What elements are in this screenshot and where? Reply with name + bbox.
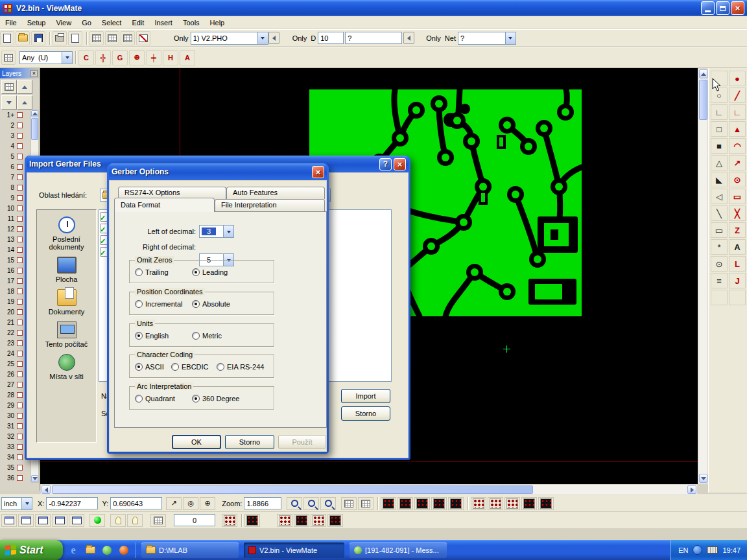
place-documents[interactable]: Dokumenty [39,289,95,316]
quicklaunch-explorer[interactable] [84,544,97,557]
cancel-button[interactable]: Storno [225,435,274,449]
menu-item[interactable]: File [0,16,22,29]
unit-select[interactable]: inch [1,497,32,510]
layer-row[interactable]: 1+ [0,110,30,120]
clock[interactable]: 19:47 [722,546,741,554]
view-mode-button[interactable] [1,514,17,527]
menu-item[interactable]: Help [205,16,230,29]
minimize-button[interactable] [701,1,715,15]
layer-add-button[interactable] [17,80,32,94]
layer-select[interactable]: 1) V2.PHO [191,32,268,45]
negative-view-button[interactable] [471,497,486,510]
new-file-button[interactable] [0,31,14,45]
film-view-button[interactable] [431,497,447,510]
layer-row[interactable]: 36 [0,472,30,483]
context-help-button[interactable] [68,31,82,45]
save-button[interactable] [31,31,45,45]
aperture-table-button[interactable] [89,31,104,45]
layer-color-swatch[interactable] [17,454,23,460]
highlight-count-field[interactable]: 0 [174,514,215,526]
layer-color-swatch[interactable] [17,309,23,315]
place-recent[interactable]: Poslední dokumenty [39,216,95,251]
tool-button[interactable]: ⊙ [729,172,746,187]
chevron-down-icon[interactable] [223,226,233,237]
nav-tool-button[interactable]: ↗ [166,497,182,510]
overlay-view-button[interactable] [521,497,537,510]
radio-english[interactable]: English [135,332,169,340]
tool-button[interactable]: ▭ [711,222,728,238]
grid-display-button[interactable] [150,514,166,527]
scroll-right-button[interactable] [687,485,696,494]
tool-button[interactable]: ⊕ [129,50,145,65]
prev-net-button[interactable] [403,32,414,44]
vertical-scroll-thumb[interactable] [699,80,707,120]
tool-button[interactable]: L [729,256,746,272]
scroll-down-button[interactable] [699,474,707,483]
layer-color-swatch[interactable] [17,112,23,118]
layer-color-swatch[interactable] [17,288,23,294]
x-coordinate-field[interactable]: -0.942237 [46,497,98,509]
negative-view-button[interactable] [488,497,503,510]
tool-button[interactable] [729,290,746,305]
radio-absolute[interactable]: Absolute [192,300,230,308]
layer-color-swatch[interactable] [17,434,23,439]
nav-tool-button[interactable]: ⊕ [200,497,215,510]
tool-button[interactable]: ● [729,71,746,86]
layers-close-icon[interactable]: × [30,70,38,77]
import-cancel-button[interactable]: Storno [341,406,390,421]
horizontal-scroll-thumb[interactable] [52,485,533,494]
net-select[interactable]: ? [458,32,516,45]
quicklaunch-app[interactable] [101,544,113,557]
layer-color-swatch[interactable] [17,174,23,180]
tool-button[interactable]: ╬ [95,50,111,65]
tab-auto-features[interactable]: Auto Features [226,187,325,199]
dialog-help-button[interactable]: ? [379,158,392,170]
layer-color-swatch[interactable] [17,423,23,429]
film-view-button[interactable] [381,497,396,510]
tool-button[interactable]: C [78,50,94,65]
layer-color-swatch[interactable] [17,268,23,274]
highlight-table-button[interactable] [121,31,135,45]
layer-color-swatch[interactable] [17,330,23,336]
tool-button[interactable]: ◣ [711,172,728,187]
tool-button[interactable]: ╪ [146,50,161,65]
pad-display-button[interactable] [244,514,260,527]
dialog-close-button[interactable]: × [394,158,406,170]
tool-button[interactable]: ╱ [729,88,746,103]
layer-row[interactable]: 3 [0,130,30,141]
vertical-scrollbar[interactable] [698,68,708,484]
print-button[interactable] [53,31,67,45]
layers-scroll-up[interactable] [31,110,38,117]
layer-color-swatch[interactable] [17,154,23,159]
tool-button[interactable]: J [729,273,746,288]
layer-color-swatch[interactable] [17,143,23,149]
layer-color-swatch[interactable] [17,361,23,367]
place-desktop[interactable]: Plocha [39,257,95,283]
chevron-down-icon[interactable] [257,32,268,44]
layer-up-button[interactable] [17,95,32,110]
zoom-out-button[interactable] [320,497,336,510]
zoom-window-button[interactable] [303,497,319,510]
layer-row[interactable]: 2 [0,120,30,130]
layer-color-swatch[interactable] [17,216,23,222]
layer-color-swatch[interactable] [17,413,23,419]
layer-color-swatch[interactable] [17,371,23,377]
dot-grid-button[interactable] [222,514,237,527]
nav-tool-button[interactable]: ◎ [183,497,198,510]
view-mode-button[interactable] [18,514,34,527]
layer-row[interactable]: 4 [0,141,30,151]
horizontal-scrollbar[interactable] [40,484,698,495]
radio-ebcdic[interactable]: EBCDIC [171,363,209,371]
y-coordinate-field[interactable]: 0.690643 [110,497,162,509]
tool-button[interactable]: ▭ [729,189,746,204]
view-mode-button[interactable] [52,514,67,527]
overlay-view-button[interactable] [538,497,554,510]
layer-color-swatch[interactable] [17,402,23,408]
layer-color-swatch[interactable] [17,226,23,232]
layer-color-swatch[interactable] [17,392,23,398]
chart-button[interactable] [136,31,150,45]
layer-color-swatch[interactable] [17,444,23,450]
only-dcode-label[interactable]: Only [292,34,307,42]
tool-button[interactable]: ≡ [711,273,728,288]
keyboard-icon[interactable] [707,546,718,554]
